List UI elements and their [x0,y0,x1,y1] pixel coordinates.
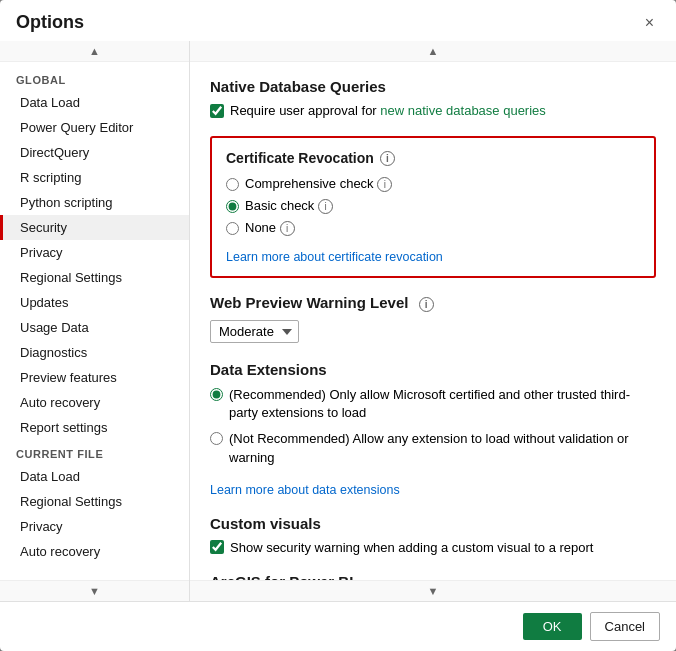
cert-basic-label: Basic check i [245,198,333,214]
cert-comprehensive-radio[interactable] [226,178,239,191]
data-extensions-title: Data Extensions [210,361,656,378]
sidebar-item-current-privacy[interactable]: Privacy [0,514,189,539]
options-dialog: Options × ▲ GLOBAL Data Load Power Query… [0,0,676,651]
cert-comprehensive-info-icon: i [377,177,392,192]
native-db-section: Native Database Queries Require user app… [210,78,656,118]
sidebar-item-current-data-load[interactable]: Data Load [0,464,189,489]
current-section-label: CURRENT FILE [0,440,189,464]
sidebar-item-diagnostics[interactable]: Diagnostics [0,340,189,365]
close-button[interactable]: × [639,13,660,33]
native-db-checkbox[interactable] [210,104,224,118]
cert-basic-radio[interactable] [226,200,239,213]
native-db-label: Require user approval for new native dat… [230,103,546,118]
web-preview-title: Web Preview Warning Level i [210,294,656,312]
cert-basic-info-icon: i [318,199,333,214]
dialog-body: ▲ GLOBAL Data Load Power Query Editor Di… [0,41,676,601]
sidebar-item-python-scripting[interactable]: Python scripting [0,190,189,215]
data-ext-option2-label: (Not Recommended) Allow any extension to… [229,430,656,466]
sidebar-item-security[interactable]: Security [0,215,189,240]
web-preview-dropdown[interactable]: Moderate Low None [210,320,299,343]
cancel-button[interactable]: Cancel [590,612,660,641]
arcgis-title: ArcGIS for Power BI [210,573,656,580]
ok-button[interactable]: OK [523,613,582,640]
content-wrapper: ▲ Native Database Queries Require user a… [190,41,676,601]
sidebar-content: GLOBAL Data Load Power Query Editor Dire… [0,62,189,580]
cert-none-radio[interactable] [226,222,239,235]
sidebar-item-usage-data[interactable]: Usage Data [0,315,189,340]
cert-revocation-title: Certificate Revocation i [226,150,640,166]
native-db-title: Native Database Queries [210,78,656,95]
sidebar-item-regional-settings[interactable]: Regional Settings [0,265,189,290]
data-ext-option2-radio[interactable] [210,432,223,445]
sidebar-item-preview-features[interactable]: Preview features [0,365,189,390]
cert-revocation-info-icon: i [380,151,395,166]
sidebar-scroll-down[interactable]: ▼ [0,580,189,601]
sidebar-item-auto-recovery[interactable]: Auto recovery [0,390,189,415]
data-ext-option1-radio[interactable] [210,388,223,401]
sidebar-item-r-scripting[interactable]: R scripting [0,165,189,190]
sidebar-item-privacy[interactable]: Privacy [0,240,189,265]
arcgis-section: ArcGIS for Power BI Use ArcGIS for Power… [210,573,656,580]
cert-learn-link[interactable]: Learn more about certificate revocation [226,250,443,264]
data-extensions-section: Data Extensions (Recommended) Only allow… [210,361,656,497]
sidebar-item-current-regional-settings[interactable]: Regional Settings [0,489,189,514]
cert-none-row: None i [226,220,640,236]
data-ext-option1-label: (Recommended) Only allow Microsoft certi… [229,386,656,422]
custom-visuals-checkbox-row: Show security warning when adding a cust… [210,540,656,555]
dialog-title: Options [16,12,84,33]
dialog-footer: OK Cancel [0,601,676,651]
custom-visuals-title: Custom visuals [210,515,656,532]
sidebar-item-data-load[interactable]: Data Load [0,90,189,115]
sidebar-item-directquery[interactable]: DirectQuery [0,140,189,165]
cert-comprehensive-row: Comprehensive check i [226,176,640,192]
content-scroll: Native Database Queries Require user app… [190,62,676,580]
sidebar-item-report-settings[interactable]: Report settings [0,415,189,440]
data-ext-option1-row: (Recommended) Only allow Microsoft certi… [210,386,656,422]
web-preview-section: Web Preview Warning Level i Moderate Low… [210,294,656,343]
data-ext-learn-link[interactable]: Learn more about data extensions [210,483,400,497]
data-ext-option2-row: (Not Recommended) Allow any extension to… [210,430,656,466]
web-preview-info-icon: i [419,297,434,312]
sidebar-item-power-query-editor[interactable]: Power Query Editor [0,115,189,140]
custom-visuals-checkbox[interactable] [210,540,224,554]
cert-none-info-icon: i [280,221,295,236]
sidebar-scroll-up[interactable]: ▲ [0,41,189,62]
cert-comprehensive-label: Comprehensive check i [245,176,392,192]
cert-revocation-box: Certificate Revocation i Comprehensive c… [210,136,656,278]
native-db-checkbox-row: Require user approval for new native dat… [210,103,656,118]
custom-visuals-section: Custom visuals Show security warning whe… [210,515,656,555]
sidebar-item-updates[interactable]: Updates [0,290,189,315]
custom-visuals-label: Show security warning when adding a cust… [230,540,593,555]
sidebar: ▲ GLOBAL Data Load Power Query Editor Di… [0,41,190,601]
cert-basic-row: Basic check i [226,198,640,214]
sidebar-item-current-auto-recovery[interactable]: Auto recovery [0,539,189,564]
cert-none-label: None i [245,220,295,236]
content-scroll-up[interactable]: ▲ [190,41,676,62]
dialog-header: Options × [0,0,676,41]
content-scroll-down[interactable]: ▼ [190,580,676,601]
global-section-label: GLOBAL [0,66,189,90]
